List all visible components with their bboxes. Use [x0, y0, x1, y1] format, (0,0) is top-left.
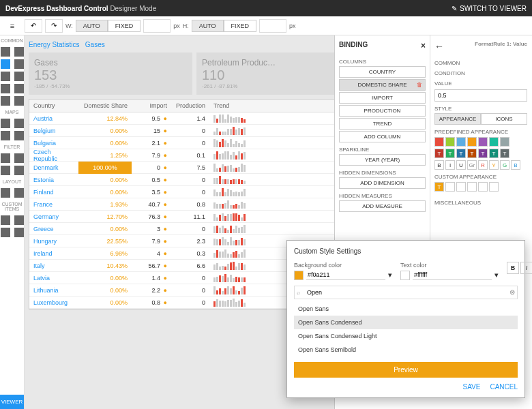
- add-dimension[interactable]: ADD DIMENSION: [339, 177, 426, 189]
- swatch[interactable]: [434, 137, 444, 147]
- l2-icon[interactable]: [14, 188, 24, 198]
- col-trend[interactable]: TREND: [339, 118, 426, 130]
- map3-icon[interactable]: [1, 131, 10, 140]
- height-mode-toggle[interactable]: AUTOFIXED: [192, 20, 256, 32]
- c3-icon[interactable]: [1, 228, 10, 237]
- swatch[interactable]: T: [445, 149, 455, 158]
- font-option[interactable]: Open Sans Condensed: [294, 316, 518, 329]
- bold-swatch[interactable]: B: [434, 160, 444, 170]
- c2-icon[interactable]: [14, 215, 24, 225]
- map1-icon[interactable]: [1, 119, 10, 128]
- bold-button[interactable]: B: [507, 262, 519, 274]
- underline-swatch[interactable]: U: [456, 160, 466, 170]
- topbar: DevExpress Dashboard Control Designer Mo…: [0, 0, 532, 16]
- custom-swatch[interactable]: [456, 182, 466, 192]
- dropdown-icon[interactable]: ▾: [388, 271, 392, 279]
- swatch[interactable]: [478, 137, 488, 147]
- italic-swatch[interactable]: I: [445, 160, 455, 170]
- swatch[interactable]: R: [478, 160, 488, 170]
- col-production[interactable]: PRODUCTION: [339, 105, 426, 117]
- chart-icon[interactable]: [1, 59, 10, 69]
- grid-icon[interactable]: [1, 47, 10, 57]
- save-button[interactable]: SAVE: [462, 383, 480, 391]
- custom-swatch[interactable]: [489, 182, 499, 192]
- app-title: DevExpress Dashboard Control: [5, 5, 108, 12]
- swatch[interactable]: T: [500, 149, 509, 158]
- swatch[interactable]: [489, 137, 499, 147]
- app-mode: Designer Mode: [110, 5, 156, 12]
- map4-icon[interactable]: [14, 131, 24, 140]
- custom-swatch[interactable]: [445, 182, 455, 192]
- value-input[interactable]: [434, 89, 527, 102]
- swatch[interactable]: T: [456, 149, 466, 158]
- text-color-swatch[interactable]: [400, 271, 410, 280]
- pie-icon[interactable]: [14, 72, 24, 81]
- f3-icon[interactable]: [1, 166, 10, 175]
- preview-button[interactable]: Preview: [294, 362, 518, 378]
- cancel-button[interactable]: CANCEL: [490, 383, 518, 391]
- col-domestic[interactable]: DOMESTIC SHARE🗑: [339, 79, 426, 91]
- f1-icon[interactable]: [1, 153, 10, 163]
- bg-color-swatch[interactable]: [294, 271, 304, 280]
- back-icon[interactable]: ←: [434, 41, 444, 52]
- swatch[interactable]: T: [434, 149, 444, 158]
- custom-swatch[interactable]: [467, 182, 477, 192]
- swatch[interactable]: [445, 137, 455, 147]
- delete-col-icon[interactable]: 🗑: [417, 82, 422, 88]
- col-import[interactable]: IMPORT: [339, 92, 426, 104]
- f4-icon[interactable]: [14, 166, 24, 175]
- kpi-card[interactable]: Gases153-185 / -54.73%: [29, 52, 192, 95]
- add-column[interactable]: ADD COLUMN: [339, 131, 426, 142]
- crumb-page[interactable]: Gases: [85, 41, 105, 48]
- swatch[interactable]: Y: [489, 160, 499, 170]
- custom-swatch[interactable]: [478, 182, 488, 192]
- height-input[interactable]: [259, 19, 286, 33]
- clear-icon[interactable]: ⊗: [509, 288, 515, 296]
- text-color-input[interactable]: [413, 270, 492, 280]
- viewer-button[interactable]: VIEWER: [0, 395, 24, 409]
- text-icon[interactable]: [1, 96, 10, 106]
- italic-button[interactable]: I: [520, 262, 532, 274]
- swatch[interactable]: T: [467, 149, 477, 158]
- style-toggle[interactable]: APPEARANCEICONS: [434, 113, 527, 125]
- sidebar: COMMON MAPS FILTER LAYOUT CUSTOM ITEMS V…: [0, 35, 25, 409]
- swatch[interactable]: Gr: [467, 160, 477, 170]
- c1-icon[interactable]: [1, 215, 10, 225]
- add-measure[interactable]: ADD MEASURE: [339, 200, 426, 212]
- l1-icon[interactable]: [1, 188, 10, 198]
- width-mode-toggle[interactable]: AUTOFIXED: [76, 20, 141, 32]
- custom-style-dialog: Custom Style Settings Background color ▾…: [286, 240, 525, 398]
- font-option[interactable]: Open Sans Condensed Light: [294, 329, 518, 343]
- menu-icon[interactable]: ≡: [3, 16, 22, 35]
- swatch[interactable]: T: [489, 149, 499, 158]
- bg-color-input[interactable]: [306, 270, 385, 280]
- card-icon[interactable]: [1, 84, 10, 93]
- font-option[interactable]: Open Sans: [294, 302, 518, 316]
- dropdown-icon[interactable]: ▾: [494, 271, 499, 279]
- swatch[interactable]: [500, 137, 509, 147]
- sparkline-year[interactable]: YEAR (YEAR): [339, 154, 426, 166]
- close-icon[interactable]: ×: [421, 41, 426, 50]
- width-input[interactable]: [143, 19, 171, 33]
- redo-button[interactable]: ↷: [45, 19, 63, 33]
- treemap-icon[interactable]: [14, 84, 24, 93]
- image-icon[interactable]: [14, 96, 24, 106]
- gauge-icon[interactable]: [1, 72, 10, 81]
- sigma-icon[interactable]: [14, 47, 24, 57]
- c4-icon[interactable]: [14, 228, 24, 237]
- swatch[interactable]: [456, 137, 466, 147]
- font-option[interactable]: Open Sans Semibold: [294, 343, 518, 357]
- bar-icon[interactable]: [14, 59, 24, 69]
- swatch[interactable]: G: [500, 160, 509, 170]
- swatch[interactable]: B: [511, 160, 520, 170]
- f2-icon[interactable]: [14, 153, 24, 163]
- swatch[interactable]: [467, 137, 477, 147]
- col-country[interactable]: COUNTRY: [339, 66, 426, 78]
- font-search-input[interactable]: [294, 286, 518, 299]
- map2-icon[interactable]: [14, 119, 24, 128]
- undo-button[interactable]: ↶: [25, 19, 42, 33]
- custom-swatch[interactable]: T: [434, 182, 444, 192]
- crumb-root[interactable]: Energy Statistics: [29, 41, 79, 48]
- swatch[interactable]: T: [478, 149, 488, 158]
- switch-viewer-button[interactable]: ✎ SWITCH TO VIEWER: [452, 5, 527, 12]
